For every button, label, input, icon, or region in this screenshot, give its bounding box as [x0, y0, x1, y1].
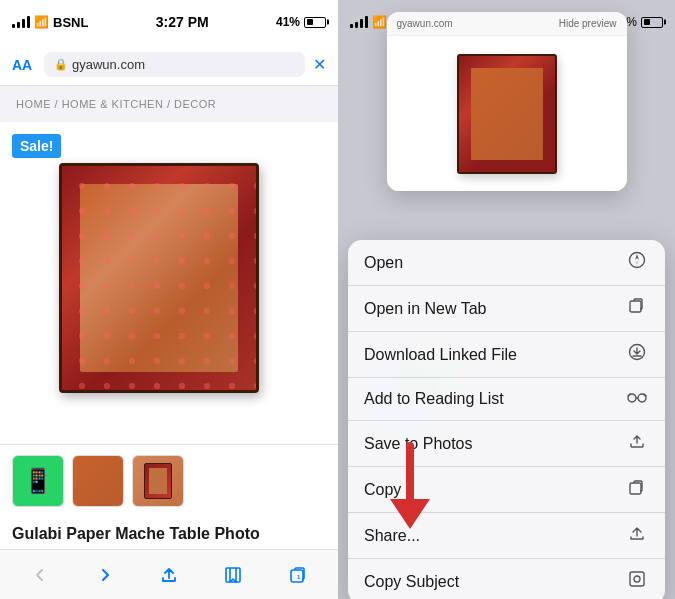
left-status-bar: 📶 BSNL 3:27 PM 41%	[0, 0, 338, 44]
product-image-area: Sale!	[0, 122, 338, 444]
preview-card-image	[387, 36, 627, 191]
tabs-button[interactable]: 1	[278, 555, 318, 595]
menu-item-reading-list[interactable]: Add to Reading List	[348, 378, 665, 421]
left-battery-icon	[304, 17, 326, 28]
whatsapp-thumb[interactable]: 📱	[12, 455, 64, 507]
preview-card-header: gyawun.com Hide preview	[387, 12, 627, 36]
frame-thumb-2[interactable]	[132, 455, 184, 507]
aa-button[interactable]: AA	[12, 57, 36, 73]
menu-label-copy-subject: Copy Subject	[364, 573, 459, 591]
svg-rect-6	[630, 301, 641, 312]
hide-preview-label[interactable]: Hide preview	[559, 18, 617, 29]
left-status-right: 41%	[276, 15, 326, 29]
copy-subject-icon	[625, 570, 649, 593]
close-button[interactable]: ✕	[313, 55, 326, 74]
menu-item-open-new-tab[interactable]: Open in New Tab	[348, 286, 665, 332]
new-tab-icon	[625, 297, 649, 320]
save-photos-icon	[625, 432, 649, 455]
svg-point-12	[634, 576, 640, 582]
context-menu: Open Open in New Tab Download Linked Fil…	[348, 240, 665, 599]
svg-marker-5	[635, 260, 639, 266]
right-battery-icon	[641, 17, 663, 28]
svg-text:1: 1	[297, 574, 301, 580]
back-button[interactable]	[20, 555, 60, 595]
forward-button[interactable]	[85, 555, 125, 595]
left-panel: 📶 BSNL 3:27 PM 41% AA 🔒 gyawun.com ✕ HOM…	[0, 0, 338, 599]
left-battery-pct: 41%	[276, 15, 300, 29]
preview-frame	[457, 54, 557, 174]
svg-marker-4	[635, 254, 639, 260]
glasses-icon	[625, 389, 649, 409]
product-title: Gulabi Paper Mache Table Photo	[0, 517, 338, 549]
frame-thumb-1[interactable]	[72, 455, 124, 507]
url-bar[interactable]: AA 🔒 gyawun.com ✕	[0, 44, 338, 86]
left-time: 3:27 PM	[156, 14, 209, 30]
signal-bars	[12, 16, 30, 28]
left-carrier: BSNL	[53, 15, 88, 30]
url-field[interactable]: 🔒 gyawun.com	[44, 52, 305, 77]
wifi-icon: 📶	[34, 15, 49, 29]
svg-rect-11	[630, 572, 644, 586]
svg-marker-13	[390, 499, 430, 529]
right-wifi-icon: 📶	[372, 15, 387, 29]
breadcrumb: HOME / HOME & KITCHEN / DECOR	[0, 86, 338, 122]
lock-icon: 🔒	[54, 58, 68, 71]
preview-frame-inner	[471, 68, 543, 160]
preview-card: gyawun.com Hide preview	[387, 12, 627, 191]
product-frame-image	[59, 163, 279, 403]
preview-url: gyawun.com	[397, 18, 453, 29]
menu-item-download[interactable]: Download Linked File	[348, 332, 665, 378]
copy-icon	[625, 478, 649, 501]
download-icon	[625, 343, 649, 366]
menu-label-open-new-tab: Open in New Tab	[364, 300, 486, 318]
menu-label-download: Download Linked File	[364, 346, 517, 364]
share-icon	[625, 524, 649, 547]
menu-label-reading-list: Add to Reading List	[364, 390, 504, 408]
sale-badge: Sale!	[12, 134, 61, 158]
right-panel: 📶 BSNL 3:28 PM 41% gyawun.com Hide previ…	[338, 0, 675, 599]
menu-item-open[interactable]: Open	[348, 240, 665, 286]
right-signal-bars	[350, 16, 368, 28]
red-arrow	[380, 441, 440, 531]
menu-item-copy-subject[interactable]: Copy Subject	[348, 559, 665, 599]
bookmarks-button[interactable]	[213, 555, 253, 595]
url-text: gyawun.com	[72, 57, 145, 72]
svg-rect-10	[630, 483, 641, 494]
compass-icon	[625, 251, 649, 274]
left-status-left: 📶 BSNL	[12, 15, 88, 30]
share-button[interactable]	[149, 555, 189, 595]
thumbnails-row: 📱	[0, 444, 338, 517]
safari-toolbar: 1	[0, 549, 338, 599]
menu-label-open: Open	[364, 254, 403, 272]
